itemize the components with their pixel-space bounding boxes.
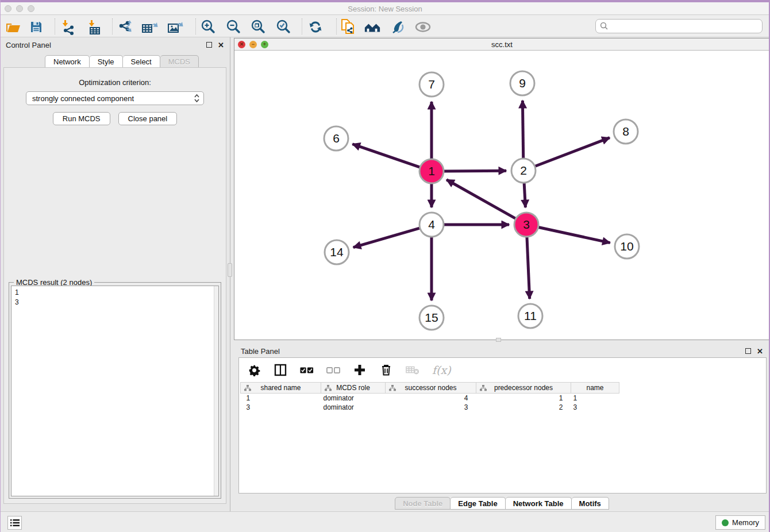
- float-panel-icon[interactable]: [206, 42, 212, 48]
- column-header-predecessor-nodes[interactable]: predecessor nodes: [476, 383, 571, 394]
- import-network-icon[interactable]: [60, 19, 77, 35]
- graph-node-3[interactable]: 3: [514, 213, 538, 237]
- table-panel: Table Panel ✕: [234, 344, 770, 511]
- show-column-panel-icon[interactable]: [274, 363, 287, 377]
- network-canvas[interactable]: 7968124314101511: [234, 51, 769, 340]
- result-scrollbar[interactable]: [214, 286, 218, 496]
- edge-4-14[interactable]: [353, 228, 421, 247]
- tab-style[interactable]: Style: [90, 55, 123, 68]
- cell-MCDS-role[interactable]: dominator: [321, 403, 386, 412]
- table-row[interactable]: 1dominator411: [241, 394, 619, 403]
- save-session-icon[interactable]: [28, 19, 45, 35]
- export-image-icon[interactable]: [167, 19, 184, 35]
- column-header-successor-nodes[interactable]: successor nodes: [386, 383, 476, 394]
- cell-successor-nodes[interactable]: 4: [386, 394, 476, 403]
- search-box[interactable]: [595, 19, 763, 33]
- criterion-selected-value: strongly connected component: [32, 94, 134, 103]
- tab-node-table[interactable]: Node Table: [395, 497, 451, 510]
- memory-button[interactable]: Memory: [715, 515, 765, 530]
- delete-row-icon[interactable]: [379, 363, 393, 377]
- main-toolbar: [0, 16, 770, 37]
- import-table-icon[interactable]: [86, 19, 103, 35]
- tab-network-table[interactable]: Network Table: [506, 497, 572, 510]
- graph-node-4[interactable]: 4: [419, 213, 444, 237]
- edge-1-6[interactable]: [352, 144, 421, 168]
- cell-name[interactable]: 1: [571, 394, 619, 403]
- graph-node-10[interactable]: 10: [615, 234, 639, 259]
- deselect-all-checkboxes-icon[interactable]: [326, 363, 340, 377]
- vizmap-icon[interactable]: [389, 19, 406, 35]
- select-all-checkboxes-icon[interactable]: [300, 363, 314, 377]
- svg-text:1: 1: [428, 164, 435, 178]
- table-close-panel-icon[interactable]: ✕: [757, 348, 763, 355]
- graph-node-2[interactable]: 2: [511, 159, 536, 183]
- task-history-button[interactable]: [7, 516, 22, 530]
- cell-shared-name[interactable]: 3: [241, 403, 321, 412]
- edge-1-2[interactable]: [442, 171, 506, 171]
- graph-node-6[interactable]: 6: [324, 126, 348, 151]
- zoom-fit-icon[interactable]: [249, 19, 267, 35]
- tab-network[interactable]: Network: [45, 55, 90, 68]
- svg-text:11: 11: [524, 309, 537, 322]
- network-graph[interactable]: 7968124314101511: [234, 51, 769, 340]
- vertical-splitter-handle[interactable]: [228, 263, 232, 277]
- run-mcds-button[interactable]: Run MCDS: [53, 112, 110, 125]
- column-header-name[interactable]: name: [571, 383, 619, 394]
- column-header-shared-name[interactable]: shared name: [241, 383, 321, 394]
- graph-node-9[interactable]: 9: [510, 71, 534, 95]
- cell-successor-nodes[interactable]: 3: [386, 403, 476, 412]
- export-network-icon[interactable]: [117, 19, 134, 35]
- graph-node-1[interactable]: 1: [419, 159, 444, 183]
- graph-node-14[interactable]: 14: [325, 240, 349, 264]
- edge-3-11[interactable]: [527, 236, 530, 299]
- zoom-out-icon[interactable]: [225, 19, 242, 35]
- edge-3-1[interactable]: [446, 180, 517, 219]
- graph-node-7[interactable]: 7: [419, 72, 444, 97]
- horizontal-splitter-handle[interactable]: [496, 338, 501, 342]
- table-panel-content: f(x) shared nameMCDS rolesuccessor nodes…: [238, 357, 767, 494]
- session-title: Session: New Session: [0, 5, 770, 13]
- table-row[interactable]: 3dominator323: [241, 403, 619, 412]
- export-table-icon[interactable]: [141, 19, 158, 35]
- edge-2-9[interactable]: [522, 101, 523, 160]
- column-header-MCDS-role[interactable]: MCDS role: [321, 383, 386, 394]
- add-row-icon[interactable]: [353, 363, 367, 377]
- node-table[interactable]: shared nameMCDS rolesuccessor nodesprede…: [240, 382, 619, 412]
- edge-2-3[interactable]: [524, 182, 525, 207]
- search-icon: [600, 22, 609, 30]
- tab-edge-table[interactable]: Edge Table: [451, 497, 505, 510]
- tab-motifs[interactable]: Motifs: [572, 497, 609, 510]
- edge-3-10[interactable]: [537, 227, 610, 243]
- toolbar-separator: [55, 18, 55, 34]
- svg-text:3: 3: [523, 218, 530, 231]
- zoom-selected-icon[interactable]: [275, 19, 292, 35]
- graph-node-15[interactable]: 15: [419, 306, 444, 330]
- titlebar: Session: New Session: [0, 2, 770, 15]
- criterion-select[interactable]: strongly connected component: [26, 91, 204, 105]
- first-neighbors-icon[interactable]: [364, 19, 381, 35]
- select-stepper-icon: [194, 94, 200, 103]
- task-list-icon: [10, 519, 20, 527]
- cell-MCDS-role[interactable]: dominator: [321, 394, 386, 403]
- table-settings-icon[interactable]: [247, 363, 261, 377]
- open-session-icon[interactable]: [5, 19, 22, 35]
- close-panel-button[interactable]: Close panel: [118, 112, 178, 125]
- window-accent-border: [0, 0, 770, 2]
- clone-network-icon[interactable]: [340, 19, 357, 35]
- graph-node-11[interactable]: 11: [518, 304, 542, 328]
- hide-selected-eye-icon[interactable]: [414, 19, 432, 35]
- zoom-in-icon[interactable]: [199, 19, 217, 35]
- cell-name[interactable]: 3: [571, 403, 619, 412]
- cell-predecessor-nodes[interactable]: 1: [476, 394, 571, 403]
- close-panel-icon[interactable]: ✕: [218, 41, 224, 49]
- edge-2-8[interactable]: [534, 138, 610, 167]
- cell-shared-name[interactable]: 1: [241, 394, 321, 403]
- refresh-layout-icon[interactable]: [307, 19, 324, 35]
- search-input[interactable]: [611, 22, 762, 30]
- tab-mcds[interactable]: MCDS: [160, 55, 199, 68]
- table-float-panel-icon[interactable]: [745, 348, 751, 354]
- cell-predecessor-nodes[interactable]: 2: [476, 403, 571, 412]
- tab-select[interactable]: Select: [123, 55, 160, 68]
- graph-node-8[interactable]: 8: [614, 119, 638, 144]
- mcds-result-text[interactable]: 1 3: [11, 286, 219, 496]
